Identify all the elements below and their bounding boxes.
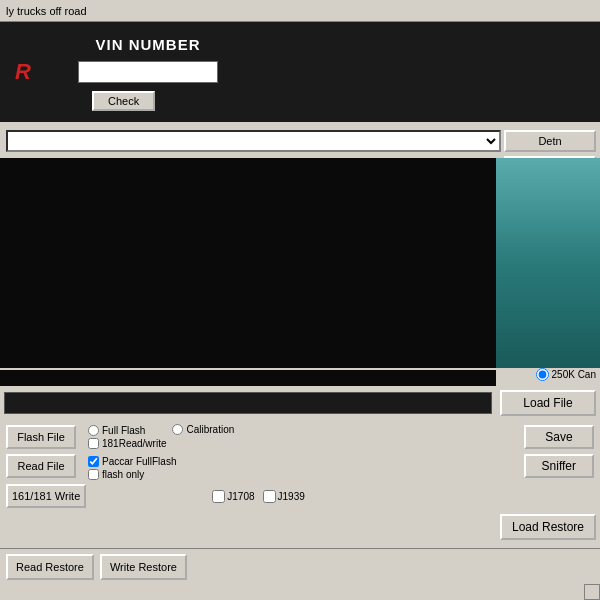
paccar-fulflash-label: Paccar FullFlash <box>102 456 176 467</box>
flash-only-checkbox[interactable] <box>88 469 99 480</box>
read-file-button[interactable]: Read File <box>6 454 76 478</box>
vin-title: VIN NUMBER <box>95 36 200 53</box>
sniffer-button[interactable]: Sniffer <box>524 454 594 478</box>
load-restore-button[interactable]: Load Restore <box>500 514 596 540</box>
detect-button[interactable]: Detn <box>504 130 596 152</box>
j-checks-group: J1708 J1939 <box>212 490 305 503</box>
teal-panel <box>496 158 600 368</box>
calibration-radio[interactable] <box>172 424 183 435</box>
controls-row: Flash File Full Flash 181Read/write Cali… <box>0 422 600 452</box>
title-bar-text: ly trucks off road <box>6 5 87 17</box>
paccar-fulflash-checkbox[interactable] <box>88 456 99 467</box>
j1939-label: J1939 <box>278 491 305 502</box>
check-button[interactable]: Check <box>92 91 155 111</box>
scrollbar-corner <box>584 584 600 600</box>
middle-options: Paccar FullFlash flash only <box>88 454 176 480</box>
read-restore-button[interactable]: Read Restore <box>6 554 94 580</box>
read-181-option: 181Read/write <box>88 438 166 449</box>
main-dropdown[interactable] <box>6 130 501 152</box>
save-button[interactable]: Save <box>524 425 594 449</box>
full-flash-option: Full Flash <box>88 425 166 436</box>
flash-options-group: Full Flash 181Read/write <box>88 425 166 449</box>
j1708-label: J1708 <box>227 491 254 502</box>
read-file-row: Read File Paccar FullFlash flash only Sn… <box>0 454 600 480</box>
full-flash-radio[interactable] <box>88 425 99 436</box>
j1708-checkbox[interactable] <box>212 490 225 503</box>
flash-only-option: flash only <box>88 469 176 480</box>
write-row: 161/181 Write Paccar Channel3 J1708 J193… <box>6 484 600 508</box>
read-181-checkbox[interactable] <box>88 438 99 449</box>
top-right-black-area <box>248 22 600 122</box>
flash-only-label: flash only <box>102 469 144 480</box>
j1939-option: J1939 <box>263 490 305 503</box>
vin-panel: R VIN NUMBER Check <box>0 22 248 122</box>
bottom-status-bar <box>0 370 496 386</box>
vin-input[interactable] <box>78 61 218 83</box>
read-181-label: 181Read/write <box>102 438 166 449</box>
flash-file-button[interactable]: Flash File <box>6 425 76 449</box>
main-display <box>0 158 496 368</box>
j1939-checkbox[interactable] <box>263 490 276 503</box>
radio-250k-label: 250K Can <box>552 369 596 380</box>
paccar-fulflash-option: Paccar FullFlash <box>88 456 176 467</box>
logo-text: R <box>15 59 31 85</box>
write-161-button[interactable]: 161/181 Write <box>6 484 86 508</box>
bottom-restore-row: Read Restore Write Restore <box>0 548 600 584</box>
main-window: R VIN NUMBER Check Nexiq Restart Detn Qu… <box>0 22 600 600</box>
full-flash-label: Full Flash <box>102 425 145 436</box>
j1708-option: J1708 <box>212 490 254 503</box>
calibration-label: Calibration <box>186 424 234 435</box>
load-file-button[interactable]: Load File <box>500 390 596 416</box>
radio-250k-area: 250K Can <box>536 368 596 381</box>
file-path-row <box>0 390 496 416</box>
load-restore-row: Load Restore <box>500 514 596 540</box>
calibration-option: Calibration <box>172 422 234 435</box>
radio-250k-input[interactable] <box>536 368 549 381</box>
file-path-input[interactable] <box>4 392 492 414</box>
title-bar: ly trucks off road <box>0 0 600 22</box>
write-restore-button[interactable]: Write Restore <box>100 554 187 580</box>
